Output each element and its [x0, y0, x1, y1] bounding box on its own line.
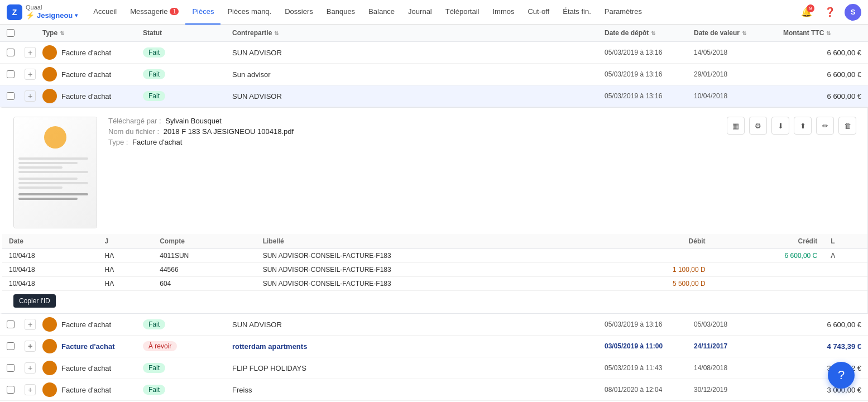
table-header: Type ⇅ Statut Contrepartie ⇅ Date de dép…: [0, 25, 868, 42]
filename-row: Nom du fichier : 2018 F 183 SA JESIGNEOU…: [108, 127, 716, 136]
date-col-header: Date: [2, 234, 98, 249]
help-button[interactable]: ❓: [821, 3, 839, 21]
row-checkbox[interactable]: [7, 342, 15, 350]
table-row-highlight[interactable]: + Facture d'achat À revoir rotterdam apa…: [0, 336, 868, 357]
row-checkbox[interactable]: [7, 92, 15, 100]
row-type: Facture d'achat: [61, 342, 115, 351]
sub-date: 10/04/18: [2, 263, 98, 277]
add-row-button[interactable]: +: [25, 69, 36, 80]
row-checkbox[interactable]: [7, 364, 15, 372]
copy-id-tooltip[interactable]: Copier l'ID: [13, 294, 56, 308]
add-row-button[interactable]: +: [25, 319, 36, 330]
table-row[interactable]: + Facture d'achat Fait SUN ADVISOR 05/03…: [0, 314, 868, 336]
detail-actions: ▦ ⚙ ⬇ ⬆ ✏ 🗑: [727, 117, 856, 135]
row-avatar: [42, 339, 57, 353]
row-avatar: [42, 67, 57, 82]
row-avatar: [42, 45, 57, 60]
nav-item-immos[interactable]: Immos: [486, 0, 521, 25]
download-button[interactable]: ⬇: [771, 117, 789, 135]
sub-table-row[interactable]: 10/04/18 HA 604 SUN ADVISOR-CONSEIL-FACT…: [2, 277, 867, 291]
date-depot-cell: 05/03/2019 à 13:16: [605, 92, 694, 100]
nav-item-accueil[interactable]: Accueil: [87, 0, 123, 25]
sub-credit: [712, 277, 824, 291]
compte-col-header: Compte: [153, 234, 256, 249]
thumb-line: [18, 178, 78, 180]
nav-item-dossiers[interactable]: Dossiers: [278, 0, 320, 25]
row-type: Facture d'achat: [61, 70, 111, 79]
add-row-button[interactable]: +: [25, 384, 36, 395]
thumb-text-block: [18, 157, 92, 202]
add-row-button[interactable]: +: [25, 362, 36, 374]
notifications-badge: 9: [807, 4, 814, 12]
nav-right-actions: 🔔 9 ❓ S: [798, 3, 861, 21]
table-row[interactable]: + Facture d'achat Fait FLIP FLOP HOLIDAY…: [0, 357, 868, 379]
brand-logo: Z: [7, 4, 22, 20]
date-valeur-cell: 05/03/2018: [694, 320, 783, 328]
add-row-button[interactable]: +: [25, 90, 36, 102]
nav-item-journal[interactable]: Journal: [401, 0, 439, 25]
row-checkbox[interactable]: [7, 49, 15, 56]
sort-icon-montant: ⇅: [826, 30, 831, 36]
thumb-line: [18, 182, 88, 184]
sub-debit: 5 500,00 D: [600, 277, 712, 291]
row-avatar: [42, 361, 57, 375]
nav-item-parametres[interactable]: Paramètres: [598, 0, 649, 25]
date-valeur-cell: 10/04/2018: [694, 92, 783, 100]
table-row[interactable]: + Facture d'achat Fait Sun advisor 05/03…: [0, 64, 868, 85]
document-thumbnail[interactable]: [13, 117, 97, 228]
status-cell: Fait: [143, 91, 232, 101]
table-row-expanded[interactable]: + Facture d'achat Fait SUN ADVISOR 05/03…: [0, 85, 868, 107]
sub-compte: 44566: [153, 263, 256, 277]
tooltip-area: Copier l'ID: [2, 291, 867, 313]
nav-item-teleportail[interactable]: Téléportail: [439, 0, 486, 25]
notifications-button[interactable]: 🔔 9: [798, 3, 816, 21]
add-row-button[interactable]: +: [25, 47, 36, 58]
nav-item-pieces[interactable]: Pièces: [185, 0, 220, 25]
nav-item-balance[interactable]: Balance: [362, 0, 401, 25]
sub-table-row[interactable]: 10/04/18 HA 44566 SUN ADVISOR-CONSEIL-FA…: [2, 263, 867, 277]
contrepartie-col-header[interactable]: Contrepartie ⇅: [232, 29, 605, 37]
table-row[interactable]: + Facture d'achat Fait SUN ADVISOR 05/03…: [0, 42, 868, 64]
status-badge: Fait: [143, 69, 165, 79]
montant-cell: 6 600,00 €: [783, 92, 861, 100]
row-checkbox[interactable]: [7, 70, 15, 78]
settings-button[interactable]: ⚙: [749, 117, 767, 135]
montant-col-header[interactable]: Montant TTC ⇅: [783, 29, 861, 37]
row-checkbox[interactable]: [7, 320, 15, 328]
montant-cell: 6 600,00 €: [783, 320, 861, 329]
add-row-button[interactable]: +: [25, 341, 36, 352]
type-cell: Facture d'achat: [42, 89, 143, 103]
nav-item-pieces-manq[interactable]: Pièces manq.: [220, 0, 278, 25]
row-type: Facture d'achat: [61, 364, 111, 372]
date-depot-col-header[interactable]: Date de dépôt ⇅: [605, 29, 694, 37]
statut-col-header[interactable]: Statut: [143, 29, 232, 37]
grid-view-button[interactable]: ▦: [727, 117, 745, 135]
nav-item-messagerie[interactable]: Messagerie 1: [123, 0, 185, 25]
contrepartie-cell: Freiss: [232, 386, 605, 394]
nav-item-cutoff[interactable]: Cut-off: [521, 0, 556, 25]
nav-item-etats-fin[interactable]: États fin.: [556, 0, 598, 25]
table-row[interactable]: + Facture d'achat Fait Freiss 08/01/2020…: [0, 379, 868, 401]
uploader-row: Téléchargé par : Sylvain Bousquet: [108, 117, 716, 125]
nav-item-banques[interactable]: Banques: [320, 0, 362, 25]
date-valeur-col-header[interactable]: Date de valeur ⇅: [694, 29, 783, 37]
credit-col-header: Crédit: [712, 234, 824, 249]
row-avatar: [42, 89, 57, 103]
user-company[interactable]: ⚡ Jesigneou ▾: [26, 11, 78, 20]
row-checkbox[interactable]: [7, 386, 15, 394]
sub-table-row[interactable]: 10/04/18 HA 4011SUN SUN ADVISOR-CONSEIL-…: [2, 249, 867, 263]
sub-date: 10/04/18: [2, 277, 98, 291]
sub-l: A: [824, 249, 867, 263]
status-cell: Fait: [143, 363, 232, 373]
help-fab-button[interactable]: ?: [828, 362, 855, 389]
company-name: Quaal: [26, 4, 78, 11]
upload-button[interactable]: ⬆: [794, 117, 812, 135]
edit-button[interactable]: ✏: [816, 117, 834, 135]
type-col-header[interactable]: Type ⇅: [42, 29, 143, 37]
date-depot-cell: 05/03/2019 à 13:16: [605, 320, 694, 328]
sub-l: [824, 277, 867, 291]
row-type: Facture d'achat: [61, 386, 111, 394]
select-all-checkbox[interactable]: [7, 29, 15, 37]
user-avatar[interactable]: S: [845, 4, 861, 21]
delete-button[interactable]: 🗑: [838, 117, 856, 135]
